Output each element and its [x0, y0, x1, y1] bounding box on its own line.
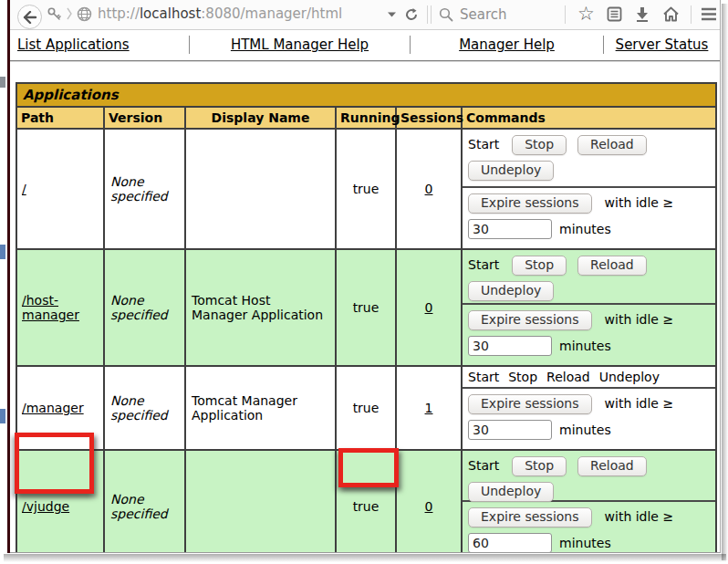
idle-minutes-input[interactable]: [468, 219, 552, 239]
with-idle-label: with idle ≥: [605, 312, 674, 327]
with-idle-label: with idle ≥: [605, 195, 674, 210]
window-shadow: [722, 4, 728, 560]
toolbar-separator: [431, 5, 432, 24]
minutes-label: minutes: [559, 423, 611, 437]
undeploy-label: Undeploy: [599, 370, 660, 384]
annotation-highlight-running-true: [338, 448, 399, 487]
app-sessions-link[interactable]: 0: [425, 182, 433, 196]
expire-sessions-button[interactable]: Expire sessions: [468, 310, 592, 330]
app-row-manager: /manager None specified Tomcat Manager A…: [16, 366, 716, 450]
url-scheme: http://: [98, 5, 140, 22]
col-header-commands: Commands: [462, 107, 716, 129]
app-display-name: [185, 129, 336, 249]
undeploy-button[interactable]: Undeploy: [468, 482, 554, 502]
with-idle-label: with idle ≥: [605, 396, 674, 411]
desktop-fragment: [0, 409, 5, 423]
start-label: Start: [468, 137, 499, 151]
annotation-highlight-vjudge-path: [15, 433, 94, 494]
app-running: true: [336, 249, 396, 366]
toolbar-separator: [691, 5, 692, 24]
app-display-name: Tomcat Manager Application: [185, 366, 336, 450]
app-path-link[interactable]: /vjudge: [22, 499, 69, 514]
app-path-link[interactable]: /: [22, 182, 26, 196]
stop-button[interactable]: Stop: [512, 135, 567, 155]
col-header-sessions: Sessions: [396, 107, 462, 129]
app-running: true: [336, 366, 396, 450]
col-header-version: Version: [104, 107, 185, 129]
app-version: None specified: [104, 129, 185, 249]
globe-icon[interactable]: [77, 6, 92, 22]
stop-label: Stop: [508, 370, 537, 384]
app-sessions-link[interactable]: 0: [425, 499, 433, 514]
toolbar-separator: [565, 5, 566, 24]
reload-button[interactable]: Reload: [577, 456, 647, 476]
minutes-label: minutes: [559, 536, 611, 550]
menu-icon[interactable]: [701, 7, 717, 21]
app-sessions-link[interactable]: 0: [425, 300, 433, 315]
chevron-separator-icon: [66, 7, 73, 20]
col-header-display-name: Display Name: [185, 107, 336, 129]
nav-link-server-status[interactable]: Server Status: [616, 37, 709, 53]
stop-button[interactable]: Stop: [512, 456, 567, 476]
app-row-host-manager: /host-manager None specified Tomcat Host…: [16, 249, 716, 366]
nav-link-html-manager-help[interactable]: HTML Manager Help: [231, 37, 369, 53]
key-icon[interactable]: [47, 6, 62, 22]
with-idle-label: with idle ≥: [605, 509, 674, 524]
minutes-label: minutes: [559, 339, 611, 353]
app-row-root: / None specified true 0 StartStopReload …: [16, 129, 716, 249]
app-path-link[interactable]: /manager: [22, 401, 84, 415]
expire-sessions-button[interactable]: Expire sessions: [468, 193, 592, 214]
search-input[interactable]: [460, 6, 560, 23]
stop-button[interactable]: Stop: [512, 256, 567, 276]
col-header-running: Running: [336, 107, 396, 129]
reload-label: Reload: [546, 370, 590, 384]
nav-cell: HTML Manager Help: [190, 36, 411, 54]
bookmarks-list-icon[interactable]: [607, 6, 622, 22]
col-header-path: Path: [16, 107, 104, 129]
url-dropdown-icon[interactable]: [387, 11, 397, 18]
start-label: Start: [468, 370, 499, 384]
reload-button[interactable]: Reload: [577, 256, 647, 276]
reload-icon[interactable]: [404, 7, 419, 22]
app-version: None specified: [104, 366, 185, 450]
expire-sessions-button[interactable]: Expire sessions: [468, 394, 592, 414]
window-shadow: [4, 554, 726, 562]
nav-divider: [10, 60, 720, 62]
desktop-fragment: [0, 245, 5, 259]
browser-toolbar: http://localhost:8080/manager/html ☆: [10, 0, 720, 30]
start-label: Start: [468, 257, 499, 272]
reload-button[interactable]: Reload: [577, 135, 647, 155]
idle-minutes-input[interactable]: [468, 336, 552, 356]
home-icon[interactable]: [662, 6, 680, 22]
back-arrow-icon: [23, 11, 37, 24]
url-path: :8080/manager/html: [201, 5, 342, 22]
start-label: Start: [468, 458, 499, 473]
nav-cell: Server Status: [604, 36, 720, 54]
app-running: true: [336, 129, 396, 249]
bookmark-star-icon[interactable]: ☆: [577, 5, 595, 24]
back-button[interactable]: [17, 5, 42, 29]
app-sessions-link[interactable]: 1: [425, 401, 433, 415]
minutes-label: minutes: [559, 222, 611, 236]
app-version: None specified: [104, 249, 185, 366]
nav-cell: List Applications: [10, 36, 190, 54]
nav-link-list-applications[interactable]: List Applications: [17, 37, 130, 53]
desktop-fragment: [0, 77, 5, 88]
idle-minutes-input[interactable]: [468, 533, 552, 553]
download-icon[interactable]: [635, 6, 650, 22]
manager-nav: List Applications HTML Manager Help Mana…: [10, 34, 720, 56]
undeploy-button[interactable]: Undeploy: [468, 281, 554, 301]
window-left-border: [7, 0, 10, 553]
undeploy-button[interactable]: Undeploy: [468, 161, 554, 181]
app-display-name: Tomcat Host Manager Application: [185, 249, 336, 366]
url-bar[interactable]: http://localhost:8080/manager/html: [98, 5, 342, 22]
app-path-link[interactable]: /host-manager: [22, 293, 79, 322]
nav-link-manager-help[interactable]: Manager Help: [459, 37, 555, 53]
app-version: None specified: [104, 450, 185, 553]
idle-minutes-input[interactable]: [468, 420, 552, 440]
search-icon: [439, 7, 453, 22]
nav-cell: Manager Help: [411, 36, 604, 54]
app-display-name: [185, 450, 336, 553]
url-host: localhost: [140, 5, 201, 22]
expire-sessions-button[interactable]: Expire sessions: [468, 507, 592, 527]
